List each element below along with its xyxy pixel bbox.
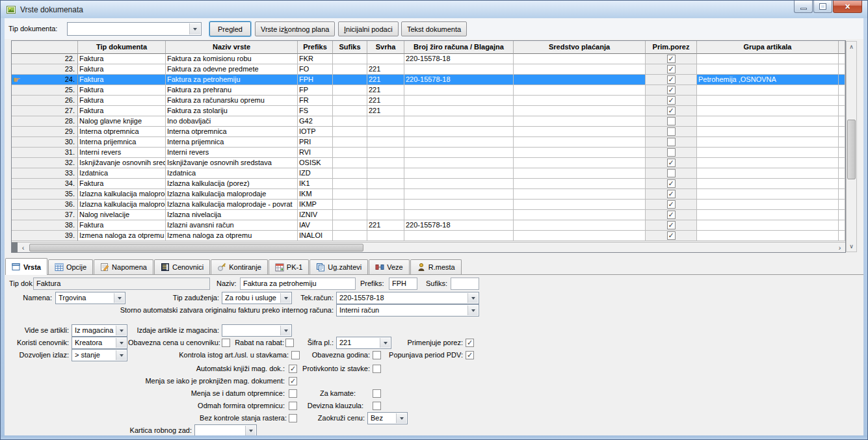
vertical-scrollbar-thumb[interactable]: [847, 120, 856, 179]
row-header[interactable]: 23.: [12, 64, 78, 75]
cell[interactable]: [404, 137, 514, 148]
cell[interactable]: [333, 220, 367, 231]
menja-datum-checkbox[interactable]: ✓: [289, 389, 297, 398]
za-kamate-checkbox[interactable]: ✓: [373, 389, 381, 398]
row-header[interactable]: 31.: [12, 148, 78, 158]
cell[interactable]: 220-15578-18: [404, 75, 514, 85]
row-header[interactable]: 38.: [12, 220, 78, 231]
cell[interactable]: PRI: [298, 137, 333, 148]
tip-zaduzenja-select[interactable]: Za robu i usluge: [222, 292, 292, 304]
cell[interactable]: 220-15578-18: [404, 220, 514, 231]
cell[interactable]: [514, 54, 646, 64]
column-header[interactable]: [839, 41, 845, 54]
column-header[interactable]: Naziv vrste: [166, 41, 298, 54]
obavezna-cena-checkbox[interactable]: ✓: [222, 339, 230, 347]
cell[interactable]: [839, 127, 845, 137]
cell[interactable]: Izlazna kalkulacija maloprodaje - povrat: [78, 200, 166, 210]
cell[interactable]: [333, 116, 367, 127]
tab-r-mesta[interactable]: R.mesta: [410, 259, 462, 274]
cell[interactable]: 220-15578-18: [404, 54, 514, 64]
table-row[interactable]: 38.FakturaIzlazni avansni računIAV221220…: [12, 220, 845, 231]
cell[interactable]: Nalog nivelacije: [78, 210, 166, 220]
cell[interactable]: Faktura za prehranu: [166, 85, 298, 96]
table-row[interactable]: 37.Nalog nivelacijeIzlazna nivelacijaIZN…: [12, 210, 845, 220]
sifra-pl-select[interactable]: 221: [336, 337, 391, 349]
cell[interactable]: [514, 96, 646, 106]
prim-porez-cell[interactable]: ✓: [646, 158, 697, 168]
cell[interactable]: Faktura za stolariju: [166, 106, 298, 116]
cell[interactable]: [514, 210, 646, 220]
cell[interactable]: [839, 179, 845, 189]
cell[interactable]: [404, 179, 514, 189]
cell[interactable]: [333, 75, 367, 85]
primenjuje-porez-checkbox[interactable]: ✓: [466, 339, 474, 347]
cell[interactable]: [404, 106, 514, 116]
cell[interactable]: [514, 64, 646, 75]
table-row[interactable]: 39.Izmena naloga za otpremuIzmena naloga…: [12, 231, 845, 241]
row-header[interactable]: ☛24.: [12, 75, 78, 85]
cell[interactable]: [367, 200, 404, 210]
prim-porez-cell[interactable]: ✓: [646, 179, 697, 189]
cell[interactable]: 221: [367, 106, 404, 116]
cell[interactable]: [697, 127, 839, 137]
cell[interactable]: [839, 85, 845, 96]
cell[interactable]: [333, 210, 367, 220]
row-header[interactable]: 32.: [12, 158, 78, 168]
rabat-na-rabat-checkbox[interactable]: ✓: [285, 339, 294, 347]
popunjava-pdv-checkbox[interactable]: ✓: [466, 351, 474, 359]
column-header[interactable]: Prim.porez: [646, 41, 697, 54]
cell[interactable]: [697, 220, 839, 231]
table-row[interactable]: 33.IzdatnicaIzdatnicaIZD✓: [12, 168, 845, 179]
cell[interactable]: [367, 210, 404, 220]
namena-select[interactable]: Trgovina: [55, 292, 125, 304]
cell[interactable]: [514, 168, 646, 179]
cell[interactable]: RVI: [298, 148, 333, 158]
cell[interactable]: Izlazna kalkulacija maloprodaje - povrat: [166, 200, 298, 210]
cell[interactable]: [333, 137, 367, 148]
cell[interactable]: Faktura: [78, 96, 166, 106]
cell[interactable]: Izlazna kalkulacija maloprodaje: [166, 189, 298, 200]
table-row[interactable]: 25.FakturaFaktura za prehranuFP221✓: [12, 85, 845, 96]
prim-porez-cell[interactable]: ✓: [646, 168, 697, 179]
tek-racun-select[interactable]: 220-15578-18: [336, 292, 479, 304]
cell[interactable]: Interna otpremnica: [166, 127, 298, 137]
cell[interactable]: [697, 106, 839, 116]
cell[interactable]: [333, 106, 367, 116]
cell[interactable]: [404, 231, 514, 241]
cell[interactable]: [367, 231, 404, 241]
bez-kontrole-checkbox[interactable]: ✓: [289, 414, 297, 422]
prim-porez-cell[interactable]: ✓: [646, 54, 697, 64]
vrste-iz-kontnog-plana-button[interactable]: Vrste iz kontnog plana: [255, 21, 335, 36]
cell[interactable]: Interni revers: [166, 148, 298, 158]
cell[interactable]: IAV: [298, 220, 333, 231]
cell[interactable]: Interna otpremnica: [78, 127, 166, 137]
cell[interactable]: FP: [298, 85, 333, 96]
naziv-field[interactable]: Faktura za petrohemiju: [240, 278, 356, 290]
cell[interactable]: [839, 148, 845, 158]
cell[interactable]: [697, 137, 839, 148]
cell[interactable]: FPH: [298, 75, 333, 85]
cell[interactable]: [697, 54, 839, 64]
cell[interactable]: [839, 210, 845, 220]
cell[interactable]: [514, 179, 646, 189]
cell[interactable]: Izlazna nivelacija: [166, 210, 298, 220]
cell[interactable]: [839, 64, 845, 75]
cell[interactable]: [367, 189, 404, 200]
cell[interactable]: [333, 189, 367, 200]
cell[interactable]: [839, 189, 845, 200]
cell[interactable]: [697, 189, 839, 200]
cell[interactable]: [839, 116, 845, 127]
prim-porez-checkbox[interactable]: ✓: [667, 96, 676, 105]
prim-porez-cell[interactable]: ✓: [646, 64, 697, 75]
prim-porez-checkbox[interactable]: ✓: [667, 231, 676, 240]
prim-porez-checkbox[interactable]: ✓: [667, 65, 676, 73]
cell[interactable]: [404, 168, 514, 179]
cell[interactable]: [697, 168, 839, 179]
cell[interactable]: [697, 210, 839, 220]
cell[interactable]: Faktura: [78, 220, 166, 231]
cell[interactable]: FR: [298, 96, 333, 106]
tip-dokumenta-select[interactable]: [67, 22, 202, 36]
cell[interactable]: [839, 220, 845, 231]
column-header[interactable]: [12, 41, 78, 54]
table-row[interactable]: 36.Izlazna kalkulacija maloprodaje - pov…: [12, 200, 845, 210]
